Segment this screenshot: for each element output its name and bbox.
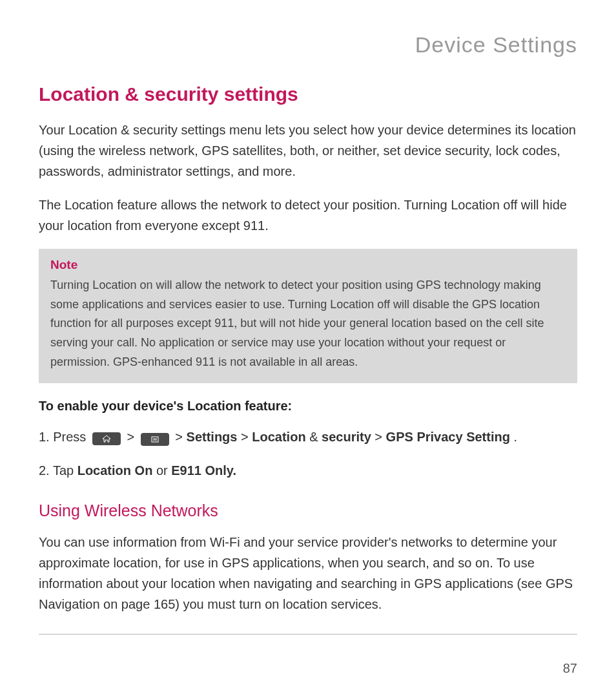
step1-gt2: >: [175, 430, 186, 444]
step1-gt1: >: [127, 430, 138, 444]
enable-heading: To enable your device's Location feature…: [39, 399, 577, 414]
step2-e911: E911 Only.: [171, 463, 236, 478]
step1-settings: Settings: [187, 430, 238, 444]
step1-amp: &: [309, 430, 322, 444]
intro-paragraph-2: The Location feature allows the network …: [39, 195, 577, 236]
step2-prefix: 2. Tap: [39, 463, 77, 478]
note-title: Note: [50, 258, 566, 272]
note-body: Turning Location on will allow the netwo…: [50, 276, 566, 372]
step1-security: security: [322, 430, 371, 444]
step1-sep1: >: [241, 430, 252, 444]
step1-location: Location: [252, 430, 305, 444]
step1-gps: GPS Privacy Setting: [386, 430, 510, 444]
step-2: 2. Tap Location On or E911 Only.: [39, 460, 577, 481]
wireless-paragraph: You can use information from Wi-Fi and y…: [39, 532, 577, 615]
subsection-heading: Using Wireless Networks: [39, 501, 577, 520]
step2-or: or: [156, 463, 171, 478]
home-key-icon: [92, 432, 121, 445]
chapter-title: Device Settings: [39, 32, 577, 58]
step-1: 1. Press > > Settings > Location & secur…: [39, 426, 577, 447]
menu-key-icon: [141, 433, 169, 446]
section-heading: Location & security settings: [39, 83, 577, 105]
intro-paragraph-1: Your Location & security settings menu l…: [39, 120, 577, 182]
page-number: 87: [563, 661, 577, 676]
step1-prefix: 1. Press: [39, 430, 90, 444]
step2-location-on: Location On: [77, 463, 153, 478]
svg-rect-0: [152, 437, 158, 442]
footer-rule: [39, 634, 577, 635]
note-box: Note Turning Location on will allow the …: [39, 249, 577, 383]
step1-sep2: >: [375, 430, 385, 444]
step1-period: .: [513, 430, 517, 444]
